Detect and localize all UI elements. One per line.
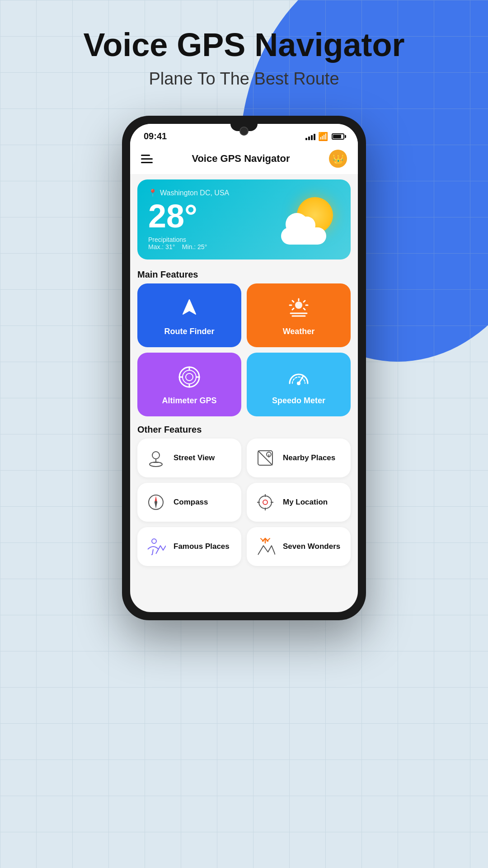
weather-feature-icon <box>285 294 312 321</box>
svg-line-6 <box>292 301 294 302</box>
street-view-icon <box>145 447 167 469</box>
top-nav: Voice GPS Navigator 👑 <box>130 145 358 174</box>
famous-places-label: Famous Places <box>174 542 230 551</box>
compass-card[interactable]: Compass <box>137 483 241 522</box>
page-subtitle: Plane To The Best Route <box>149 69 339 89</box>
my-location-card[interactable]: My Location <box>247 483 351 522</box>
main-features-grid: Route Finder <box>130 283 358 416</box>
street-view-card[interactable]: Street View <box>137 439 241 477</box>
nearby-places-label: Nearby Places <box>283 453 335 462</box>
weather-temperature: 28° <box>148 200 229 232</box>
phone-frame: 09:41 📶 <box>122 116 366 620</box>
svg-point-13 <box>186 373 193 381</box>
svg-line-3 <box>304 301 305 302</box>
famous-places-icon <box>145 535 167 558</box>
premium-button[interactable]: 👑 <box>329 150 347 168</box>
hamburger-line-3 <box>141 162 153 163</box>
route-finder-icon <box>176 294 203 321</box>
svg-line-44 <box>267 538 270 541</box>
nearby-places-icon <box>254 447 277 469</box>
phone-screen: 09:41 📶 <box>130 124 358 612</box>
seven-wonders-label: Seven Wonders <box>283 542 340 551</box>
famous-places-card[interactable]: Famous Places <box>137 527 241 566</box>
signal-bar-4 <box>314 134 315 140</box>
signal-bar-1 <box>305 138 307 140</box>
main-features-label: Main Features <box>130 265 358 283</box>
signal-bar-3 <box>311 135 313 140</box>
my-location-icon <box>254 491 277 514</box>
hamburger-line-1 <box>141 155 150 156</box>
altimeter-icon <box>176 363 203 391</box>
wifi-icon: 📶 <box>318 132 328 142</box>
svg-point-33 <box>263 500 267 505</box>
cloud-icon <box>277 220 331 245</box>
weather-info: 📍 Washington DC, USA 28° Precipitations … <box>148 189 229 250</box>
svg-point-21 <box>152 452 160 459</box>
altimeter-gps-card[interactable]: Altimeter GPS <box>137 353 241 416</box>
status-time: 09:41 <box>144 131 167 142</box>
speedo-icon <box>285 363 312 391</box>
location-pin-icon: 📍 <box>148 189 157 197</box>
route-finder-card[interactable]: Route Finder <box>137 283 241 347</box>
nearby-places-card[interactable]: Nearby Places <box>247 439 351 477</box>
other-features-label: Other Features <box>130 420 358 439</box>
phone-camera <box>239 127 249 136</box>
svg-point-38 <box>152 539 156 543</box>
battery-fill <box>333 135 341 138</box>
svg-line-39 <box>152 549 153 555</box>
svg-line-5 <box>304 308 305 310</box>
svg-line-8 <box>292 308 294 310</box>
svg-line-45 <box>261 538 263 541</box>
signal-bars-icon <box>305 133 315 140</box>
route-finder-label: Route Finder <box>164 327 215 336</box>
compass-icon <box>145 491 167 514</box>
weather-card[interactable]: 📍 Washington DC, USA 28° Precipitations … <box>137 179 351 259</box>
svg-point-32 <box>259 496 272 509</box>
seven-wonders-card[interactable]: Seven Wonders <box>247 527 351 566</box>
signal-bar-2 <box>308 137 310 140</box>
svg-point-1 <box>295 302 302 309</box>
street-view-label: Street View <box>174 453 215 462</box>
weather-label: Weather <box>283 327 315 336</box>
altimeter-label: Altimeter GPS <box>162 396 216 406</box>
weather-icon <box>277 195 340 245</box>
battery-icon <box>332 133 344 140</box>
weather-location: 📍 Washington DC, USA <box>148 189 229 197</box>
compass-label: Compass <box>174 498 208 507</box>
weather-details: Precipitations Max.: 31° Min.: 25° <box>148 236 229 250</box>
menu-button[interactable] <box>141 155 153 163</box>
hamburger-line-2 <box>141 158 153 160</box>
my-location-label: My Location <box>283 498 328 507</box>
speedo-label: Speedo Meter <box>272 396 325 406</box>
page-title: Voice GPS Navigator <box>84 27 405 63</box>
nav-title: Voice GPS Navigator <box>192 153 290 165</box>
status-icons: 📶 <box>305 132 344 142</box>
seven-wonders-icon <box>254 535 277 558</box>
svg-marker-0 <box>183 300 196 314</box>
page-container: Voice GPS Navigator Plane To The Best Ro… <box>0 0 488 620</box>
cloud-body <box>281 227 326 245</box>
svg-point-19 <box>297 382 300 385</box>
other-features-grid: Street View Nearby Places <box>130 439 358 573</box>
svg-point-31 <box>155 501 157 504</box>
svg-point-12 <box>183 370 196 384</box>
weather-card-btn[interactable]: Weather <box>247 283 351 347</box>
speedo-meter-card[interactable]: Speedo Meter <box>247 353 351 416</box>
